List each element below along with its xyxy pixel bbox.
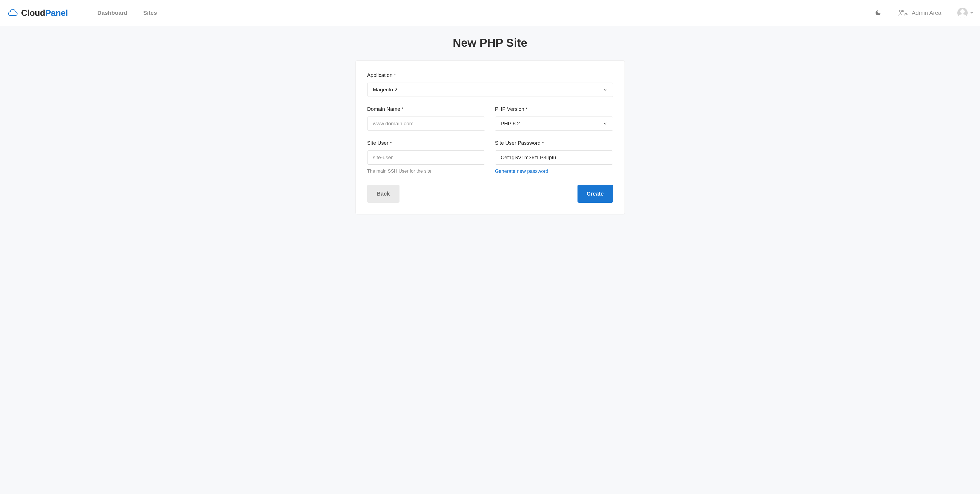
admin-area-link[interactable]: Admin Area	[890, 0, 950, 26]
site-user-password-label: Site User Password *	[495, 140, 613, 146]
create-button[interactable]: Create	[578, 185, 613, 203]
chevron-down-icon	[603, 88, 607, 92]
form-card: Application * Magento 2 Domain Name * PH…	[355, 61, 625, 214]
field-php-version: PHP Version * PHP 8.2	[495, 106, 613, 131]
svg-point-2	[905, 13, 907, 15]
admin-area-label: Admin Area	[912, 10, 942, 16]
cloud-icon	[8, 9, 18, 17]
application-label: Application *	[367, 72, 613, 78]
site-user-input[interactable]	[367, 150, 485, 165]
php-version-select[interactable]: PHP 8.2	[495, 116, 613, 131]
logo-link[interactable]: CloudPanel	[8, 8, 68, 18]
main-nav: Dashboard Sites	[81, 0, 866, 26]
logo-wrap: CloudPanel	[0, 0, 81, 26]
user-menu[interactable]	[950, 0, 980, 26]
avatar	[957, 8, 968, 18]
topbar: CloudPanel Dashboard Sites Admin Area	[0, 0, 980, 26]
domain-label: Domain Name *	[367, 106, 485, 112]
domain-input[interactable]	[367, 116, 485, 131]
logo-text-panel: Panel	[45, 8, 68, 18]
topbar-right: Admin Area	[866, 0, 980, 26]
nav-sites[interactable]: Sites	[143, 10, 157, 16]
generate-password-link[interactable]: Generate new password	[495, 169, 548, 174]
logo-text-cloud: Cloud	[21, 8, 45, 18]
field-application: Application * Magento 2	[367, 72, 613, 97]
page-title: New PHP Site	[0, 37, 980, 49]
form-actions: Back Create	[367, 185, 613, 203]
application-select[interactable]: Magento 2	[367, 83, 613, 97]
field-site-user-password: Site User Password * Generate new passwo…	[495, 140, 613, 174]
site-user-help: The main SSH User for the site.	[367, 169, 485, 174]
chevron-down-icon	[603, 121, 607, 126]
logo-text: CloudPanel	[21, 8, 68, 18]
php-version-value: PHP 8.2	[501, 121, 520, 127]
moon-icon	[875, 10, 881, 16]
dark-mode-toggle[interactable]	[866, 0, 890, 26]
svg-point-0	[899, 10, 902, 12]
back-button[interactable]: Back	[367, 185, 399, 203]
field-site-user: Site User * The main SSH User for the si…	[367, 140, 485, 174]
php-version-label: PHP Version *	[495, 106, 613, 112]
users-gear-icon	[899, 10, 908, 16]
site-user-password-input[interactable]	[495, 150, 613, 165]
chevron-down-icon	[970, 12, 973, 14]
site-user-label: Site User *	[367, 140, 485, 146]
field-domain: Domain Name *	[367, 106, 485, 131]
nav-dashboard[interactable]: Dashboard	[97, 10, 127, 16]
application-value: Magento 2	[373, 87, 398, 93]
svg-point-1	[902, 10, 904, 12]
